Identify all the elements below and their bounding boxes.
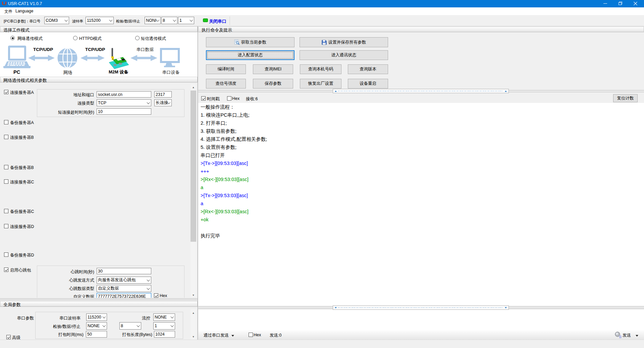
svg-text:TCP/UDP: TCP/UDP xyxy=(85,47,105,52)
svg-text:PC: PC xyxy=(13,69,20,75)
svg-text:TCP/UDP: TCP/UDP xyxy=(33,47,53,52)
svg-text:串口设备: 串口设备 xyxy=(162,70,179,75)
svg-text:串口数据: 串口数据 xyxy=(137,47,154,52)
svg-text:网络: 网络 xyxy=(63,70,72,75)
svg-text:M2M 设备: M2M 设备 xyxy=(109,69,129,74)
